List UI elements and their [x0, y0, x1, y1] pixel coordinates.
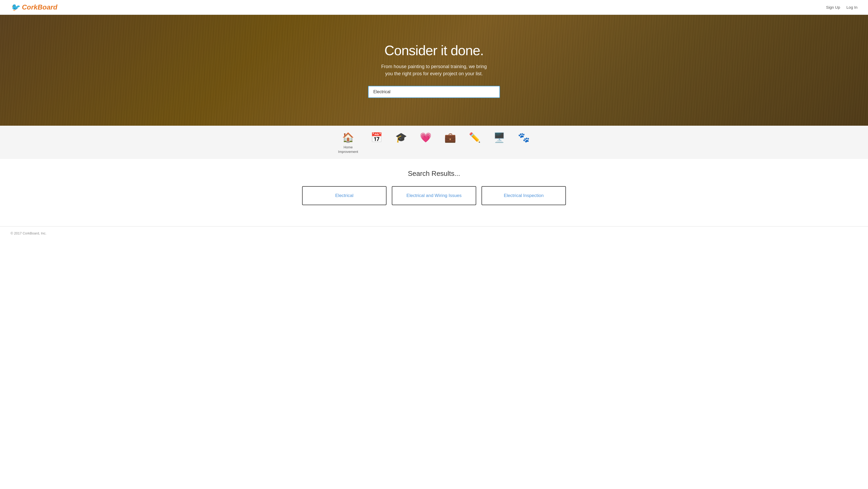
wellness-icon: 💗	[420, 132, 432, 143]
pets-icon: 🐾	[518, 132, 530, 143]
signup-link[interactable]: Sign Up	[826, 5, 840, 9]
category-events[interactable]: 📅	[371, 132, 382, 143]
result-card-electrical[interactable]: Electrical	[302, 186, 386, 205]
creative-icon: ✏️	[469, 132, 481, 143]
category-wellness[interactable]: 💗	[420, 132, 432, 143]
category-lessons[interactable]: 🎓	[395, 132, 407, 143]
result-card-wiring-label: Electrical and Wiring Issues	[407, 193, 462, 198]
hero-content: Consider it done. From house painting to…	[342, 42, 526, 98]
category-tech[interactable]: 🖥️	[493, 132, 505, 143]
header: 🐦 CorkBoard Sign Up Log In	[0, 0, 868, 15]
footer: © 2017 CorkBoard, Inc.	[0, 226, 868, 240]
main-content: Search Results... Electrical Electrical …	[0, 159, 868, 226]
lessons-icon: 🎓	[395, 132, 407, 143]
category-home-improvement[interactable]: 🏠 HomeImprovement	[338, 132, 358, 154]
category-pets[interactable]: 🐾	[518, 132, 530, 143]
login-link[interactable]: Log In	[846, 5, 858, 9]
tech-icon: 🖥️	[493, 132, 505, 143]
category-home-improvement-label: HomeImprovement	[338, 145, 358, 154]
result-card-wiring[interactable]: Electrical and Wiring Issues	[392, 186, 476, 205]
result-card-inspection[interactable]: Electrical Inspection	[482, 186, 566, 205]
category-creative[interactable]: ✏️	[469, 132, 481, 143]
results-grid: Electrical Electrical and Wiring Issues …	[302, 186, 566, 205]
result-card-electrical-label: Electrical	[335, 193, 353, 198]
hero-title: Consider it done.	[347, 42, 521, 58]
search-input[interactable]	[368, 86, 500, 98]
hero-subtitle: From house painting to personal training…	[347, 63, 521, 77]
footer-copyright: © 2017 CorkBoard, Inc.	[10, 231, 46, 235]
results-title: Search Results...	[408, 170, 460, 178]
category-business[interactable]: 💼	[444, 132, 456, 143]
header-nav: Sign Up Log In	[826, 5, 858, 9]
home-improvement-icon: 🏠	[342, 132, 354, 143]
events-icon: 📅	[371, 132, 382, 143]
result-card-inspection-label: Electrical Inspection	[504, 193, 544, 198]
business-icon: 💼	[444, 132, 456, 143]
logo-text: CorkBoard	[22, 3, 57, 11]
logo-icon: 🐦	[10, 3, 20, 11]
category-bar: 🏠 HomeImprovement 📅 🎓 💗 💼 ✏️ 🖥️ 🐾	[0, 126, 868, 159]
logo[interactable]: 🐦 CorkBoard	[10, 3, 57, 11]
hero-section: Consider it done. From house painting to…	[0, 15, 868, 126]
